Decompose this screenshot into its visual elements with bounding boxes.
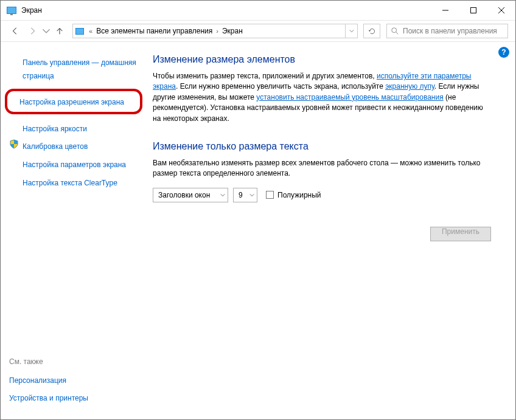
address-bar[interactable]: « Все элементы панели управления › Экран: [72, 24, 358, 38]
svg-point-4: [392, 28, 397, 33]
search-input[interactable]: Поиск в панели управления: [386, 24, 508, 38]
refresh-button[interactable]: [363, 24, 380, 38]
sidebar-resolution[interactable]: Настройка разрешения экрана: [6, 90, 141, 113]
sidebar-cleartype[interactable]: Настройка текста ClearType: [23, 179, 117, 187]
maximize-button[interactable]: [459, 1, 487, 20]
size-select[interactable]: 9: [233, 188, 257, 202]
help-icon[interactable]: ?: [498, 47, 509, 58]
search-icon: [391, 27, 399, 35]
sidebar-devices[interactable]: Устройства и принтеры: [9, 394, 88, 402]
svg-rect-1: [471, 8, 476, 13]
sidebar-home[interactable]: Панель управления — домашняя страница: [23, 58, 136, 80]
heading-resize: Изменение размера элементов: [153, 54, 491, 65]
history-dropdown[interactable]: [42, 24, 51, 38]
sidebar-brightness[interactable]: Настройка яркости: [23, 125, 87, 133]
sidebar-calibrate[interactable]: Калибровка цветов: [23, 142, 88, 151]
link-magnifier[interactable]: экранную лупу: [385, 82, 434, 91]
bold-checkbox[interactable]: [266, 191, 274, 199]
svg-line-5: [396, 32, 399, 35]
up-button[interactable]: [53, 24, 66, 38]
close-button[interactable]: [487, 1, 515, 20]
breadcrumb-parent[interactable]: Все элементы панели управления: [95, 27, 214, 35]
paragraph-resize: Чтобы изменить размер текста, приложений…: [153, 71, 491, 124]
minimize-button[interactable]: [431, 1, 459, 20]
breadcrumb-current[interactable]: Экран: [221, 27, 244, 35]
apply-button[interactable]: Применить: [430, 227, 491, 241]
bold-label: Полужирный: [277, 191, 321, 199]
forward-button[interactable]: [25, 24, 40, 38]
sidebar: Панель управления — домашняя страница На…: [1, 42, 147, 418]
paragraph-text-only: Вам необязательно изменять размер всех э…: [153, 158, 491, 179]
chevron-left-icon: «: [86, 27, 95, 35]
search-placeholder: Поиск в панели управления: [403, 27, 497, 35]
chevron-down-icon: [246, 191, 254, 199]
back-button[interactable]: [8, 24, 23, 38]
window-title: Экран: [21, 6, 431, 15]
heading-text-only: Изменение только размера текста: [153, 141, 491, 152]
location-icon: [75, 28, 84, 35]
display-settings-window: Экран « Все элементы панели управления ›…: [0, 0, 516, 420]
titlebar: Экран: [1, 1, 515, 20]
chevron-right-icon: ›: [214, 27, 221, 35]
shield-icon: [9, 139, 19, 149]
sidebar-personalization[interactable]: Персонализация: [9, 376, 66, 385]
see-also-label: См. также: [9, 357, 138, 366]
sidebar-params[interactable]: Настройка параметров экрана: [23, 160, 126, 169]
main-content: Изменение размера элементов Чтобы измени…: [147, 42, 515, 418]
item-select[interactable]: Заголовки окон: [153, 188, 228, 202]
monitor-icon: [7, 7, 16, 14]
chevron-down-icon: [217, 191, 225, 199]
navigation-bar: « Все элементы панели управления › Экран…: [1, 20, 515, 42]
link-scaling[interactable]: установить настраиваемый уровень масштаб…: [256, 93, 443, 102]
address-dropdown[interactable]: [345, 24, 357, 38]
